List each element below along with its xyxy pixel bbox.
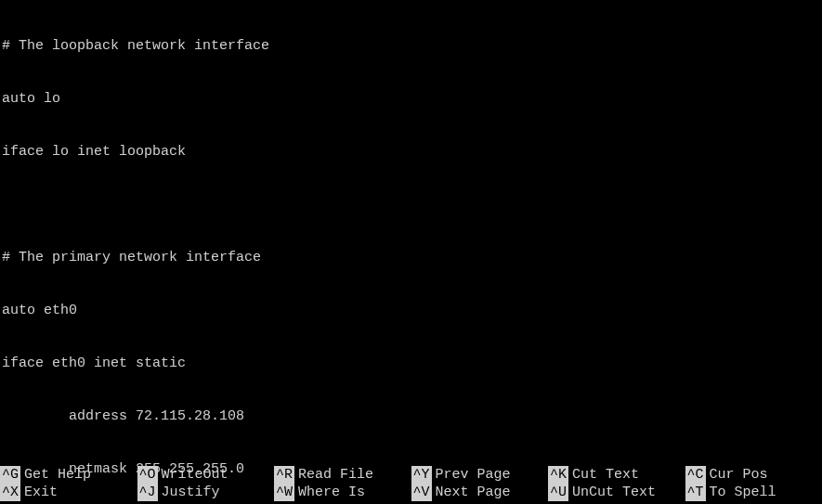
key-label: ^J — [137, 484, 158, 501]
menu-writeout[interactable]: ^OWriteOut — [137, 466, 275, 484]
menu-label: Justify — [158, 484, 220, 501]
file-line: address 72.115.28.108 — [2, 407, 822, 425]
file-line: auto eth0 — [2, 302, 822, 319]
menu-uncut-text[interactable]: ^UUnCut Text — [548, 484, 685, 501]
file-line — [2, 196, 822, 213]
key-label: ^G — [0, 466, 20, 484]
key-label: ^T — [685, 484, 706, 501]
file-line: iface lo inet loopback — [2, 143, 822, 161]
menu-read-file[interactable]: ^RRead File — [274, 466, 411, 484]
menu-prev-page[interactable]: ^YPrev Page — [411, 466, 549, 484]
menu-label: Read File — [294, 466, 373, 484]
file-line: iface eth0 inet static — [2, 355, 822, 372]
menu-label: Cur Pos — [706, 466, 768, 484]
key-label: ^U — [548, 484, 568, 501]
key-label: ^R — [274, 466, 294, 484]
menu-label: UnCut Text — [568, 484, 656, 501]
menu-cur-pos[interactable]: ^CCur Pos — [685, 466, 823, 484]
key-label: ^W — [274, 484, 294, 501]
menu-label: Prev Page — [432, 466, 511, 484]
menu-to-spell[interactable]: ^TTo Spell — [685, 484, 823, 501]
key-label: ^V — [411, 484, 432, 501]
menu-justify[interactable]: ^JJustify — [137, 484, 275, 501]
menu-label: Where Is — [294, 484, 365, 501]
menu-bar: ^GGet Help ^OWriteOut ^RRead File ^YPrev… — [0, 466, 822, 501]
menu-label: Next Page — [432, 484, 511, 501]
menu-get-help[interactable]: ^GGet Help — [0, 466, 137, 484]
menu-label: Exit — [20, 484, 58, 501]
menu-label: Cut Text — [568, 466, 639, 484]
key-label: ^K — [548, 466, 568, 484]
menu-cut-text[interactable]: ^KCut Text — [548, 466, 685, 484]
menu-label: To Spell — [706, 484, 776, 501]
key-label: ^Y — [411, 466, 432, 484]
file-line: auto lo — [2, 90, 822, 108]
key-label: ^O — [137, 466, 158, 484]
file-line: # The loopback network interface — [2, 37, 822, 55]
menu-exit[interactable]: ^XExit — [0, 484, 137, 501]
menu-next-page[interactable]: ^VNext Page — [411, 484, 549, 501]
key-label: ^X — [0, 484, 20, 501]
file-line: # The primary network interface — [2, 249, 822, 266]
menu-where-is[interactable]: ^WWhere Is — [274, 484, 411, 501]
editor-content[interactable]: # The loopback network interface auto lo… — [0, 0, 822, 504]
menu-label: Get Help — [20, 466, 91, 484]
menu-label: WriteOut — [158, 466, 228, 484]
key-label: ^C — [685, 466, 706, 484]
